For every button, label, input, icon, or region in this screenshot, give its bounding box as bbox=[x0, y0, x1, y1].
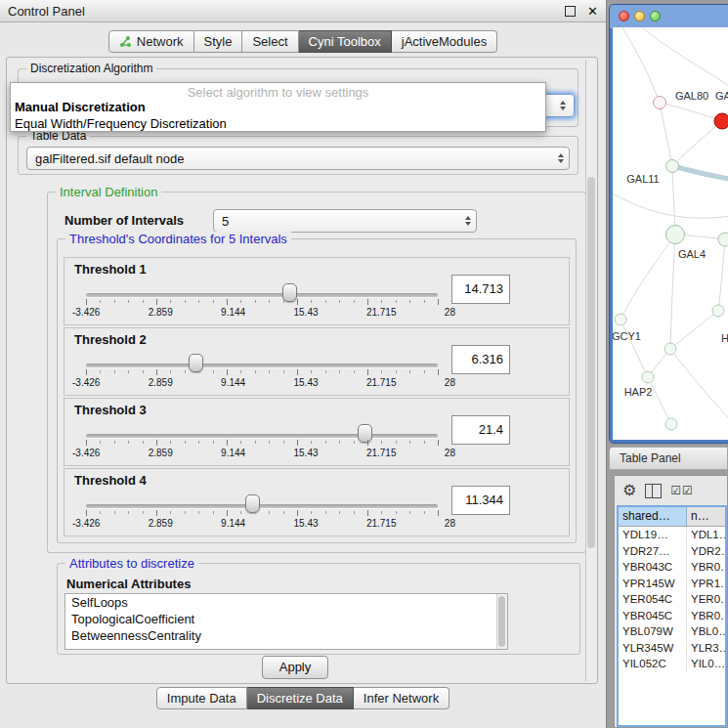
network-canvas[interactable]: GAL80 GA GAL11 GAL4 GCY1 H HAP2 bbox=[613, 27, 728, 440]
tab-select[interactable]: Select bbox=[242, 30, 298, 53]
close-traffic-light-icon[interactable] bbox=[619, 11, 629, 21]
slider-ticks bbox=[86, 510, 439, 516]
network-node-label: GCY1 bbox=[613, 330, 641, 342]
table-row[interactable]: YER054CYER0… bbox=[619, 591, 725, 608]
table-header-cell-name[interactable]: n… bbox=[687, 507, 725, 526]
threshold-row: Threshold 1 -3.4262.8599.14415.4321.7152… bbox=[64, 257, 570, 325]
panel-scrollbar[interactable] bbox=[585, 60, 596, 681]
threshold-value-input[interactable]: 6.316 bbox=[451, 345, 510, 374]
attribute-item[interactable]: BetweennessCentrality bbox=[65, 627, 507, 644]
select-columns-icon[interactable]: ☑☑ bbox=[670, 485, 694, 496]
table-row[interactable]: YDL19…YDL1… bbox=[619, 527, 725, 543]
tab-discretize-data[interactable]: Discretize Data bbox=[247, 687, 354, 709]
tab-cyni-toolbox[interactable]: Cyni Toolbox bbox=[299, 30, 392, 53]
popup-placeholder: Select algorithm to view settings bbox=[11, 83, 545, 99]
slider-track[interactable] bbox=[86, 293, 438, 298]
popup-item-equal-width[interactable]: Equal Width/Frequency Discretization bbox=[11, 115, 545, 132]
table-row[interactable]: YBR045CYBR0… bbox=[619, 608, 725, 624]
tab-label: Select bbox=[252, 31, 287, 52]
tick-labels: -3.4262.8599.14415.4321.71528 bbox=[72, 377, 455, 388]
network-edge-thick bbox=[672, 166, 728, 179]
network-window-titlebar bbox=[610, 5, 728, 26]
list-scrollbar[interactable] bbox=[496, 594, 507, 649]
slider-ticks bbox=[86, 369, 439, 375]
threshold-row: Threshold 2 -3.4262.8599.14415.4321.7152… bbox=[64, 327, 570, 396]
table-row[interactable]: YIL052CYIL0… bbox=[619, 656, 725, 672]
network-node[interactable] bbox=[615, 314, 626, 325]
table-row[interactable]: YDR27…YDR2… bbox=[619, 543, 725, 560]
table-header-cell-shared-name[interactable]: shared… bbox=[619, 507, 687, 526]
network-edges bbox=[613, 27, 728, 424]
tab-label: jActiveModules bbox=[402, 31, 487, 52]
network-node[interactable] bbox=[664, 343, 676, 355]
slider-track[interactable] bbox=[86, 504, 438, 509]
threshold-row: Threshold 4 -3.4262.8599.14415.4321.7152… bbox=[64, 468, 570, 536]
close-icon[interactable]: ✕ bbox=[587, 5, 598, 18]
network-node[interactable] bbox=[665, 418, 677, 430]
scrollbar-thumb[interactable] bbox=[498, 596, 505, 647]
table-row[interactable]: YLR345WYLR3… bbox=[619, 640, 725, 657]
tick-labels: -3.4262.8599.14415.4321.71528 bbox=[72, 448, 455, 458]
float-window-icon[interactable] bbox=[565, 6, 576, 17]
network-node[interactable] bbox=[712, 305, 724, 317]
attribute-item[interactable]: TopologicalCoefficient bbox=[65, 611, 507, 627]
desktop: Control Panel ✕ Network Style Select Cyn… bbox=[0, 0, 728, 728]
node-table: shared… n… YDL19…YDL1… YDR27…YDR2… YBR04… bbox=[617, 505, 727, 727]
apply-button[interactable]: Apply bbox=[262, 656, 328, 679]
slider-track[interactable] bbox=[86, 434, 438, 439]
table-data-combo[interactable]: galFiltered.sif default node bbox=[26, 147, 570, 170]
tab-style[interactable]: Style bbox=[194, 30, 243, 53]
table-row[interactable]: YBR043CYBR0… bbox=[619, 559, 725, 576]
table-row[interactable]: YPR145WYPR1… bbox=[619, 576, 725, 592]
threshold-value-input[interactable]: 14.713 bbox=[451, 275, 510, 304]
combo-stepper[interactable] bbox=[555, 101, 571, 110]
combo-stepper[interactable] bbox=[460, 216, 476, 226]
number-of-intervals-combo[interactable]: 5 bbox=[213, 209, 477, 233]
algorithm-group-title: Discretization Algorithm bbox=[26, 62, 156, 75]
threshold-label: Threshold 3 bbox=[74, 403, 147, 417]
thresholds-group-title: Threshold's Coordinates for 5 Intervals bbox=[65, 232, 291, 246]
attributes-list: SelfLoops TopologicalCoefficient Between… bbox=[64, 593, 508, 650]
network-view-window: GAL80 GA GAL11 GAL4 GCY1 H HAP2 bbox=[609, 4, 728, 444]
table-data-group: Table Data galFiltered.sif default node bbox=[18, 136, 578, 175]
thresholds-group: Threshold's Coordinates for 5 Intervals … bbox=[57, 238, 577, 543]
threshold-value-input[interactable]: 11.344 bbox=[451, 486, 510, 515]
network-node[interactable] bbox=[654, 97, 666, 109]
combo-stepper[interactable] bbox=[553, 153, 569, 163]
table-panel-title: Table Panel bbox=[610, 451, 681, 465]
network-node-label: GAL80 bbox=[675, 90, 708, 102]
network-node-selected[interactable] bbox=[714, 113, 728, 129]
network-icon bbox=[119, 35, 132, 48]
gear-icon[interactable]: ⚙ bbox=[622, 483, 636, 498]
table-header: shared… n… bbox=[619, 507, 725, 527]
table-row[interactable]: YBL079WYBL0… bbox=[619, 623, 725, 640]
attribute-item[interactable]: SelfLoops bbox=[65, 594, 507, 611]
attributes-group-title: Attributes to discretize bbox=[65, 556, 198, 571]
tab-network[interactable]: Network bbox=[108, 30, 194, 53]
network-node-label: HAP2 bbox=[624, 386, 653, 398]
threshold-value-input[interactable]: 21.4 bbox=[451, 415, 510, 445]
network-node[interactable] bbox=[718, 233, 728, 246]
slider-track[interactable] bbox=[86, 364, 438, 368]
number-of-intervals-value: 5 bbox=[214, 214, 460, 229]
popup-item-manual-discretization[interactable]: Manual Discretization bbox=[11, 99, 545, 115]
scrollbar-thumb[interactable] bbox=[587, 177, 595, 548]
network-node-label: H bbox=[721, 332, 728, 344]
threshold-label: Threshold 4 bbox=[74, 473, 147, 488]
control-panel-window: Control Panel ✕ Network Style Select Cyn… bbox=[0, 0, 607, 728]
tab-label: Network bbox=[137, 31, 184, 52]
columns-icon[interactable] bbox=[645, 484, 662, 498]
tab-jactivemodules[interactable]: jActiveModules bbox=[392, 30, 497, 53]
zoom-traffic-light-icon[interactable] bbox=[650, 11, 661, 21]
attributes-group: Attributes to discretize Numerical Attri… bbox=[57, 563, 580, 655]
tick-labels: -3.4262.8599.14415.4321.71528 bbox=[72, 518, 455, 529]
network-node[interactable] bbox=[666, 226, 685, 244]
cyni-content-panel: Discretization Algorithm Select algorith… bbox=[6, 57, 598, 684]
tab-label: Infer Network bbox=[364, 688, 439, 708]
tab-impute-data[interactable]: Impute Data bbox=[156, 687, 247, 709]
network-node[interactable] bbox=[642, 371, 654, 383]
tab-infer-network[interactable]: Infer Network bbox=[354, 687, 450, 709]
network-node[interactable] bbox=[666, 160, 679, 173]
minimize-traffic-light-icon[interactable] bbox=[634, 11, 645, 21]
table-toolbar: ⚙ ☑☑ bbox=[615, 476, 727, 505]
